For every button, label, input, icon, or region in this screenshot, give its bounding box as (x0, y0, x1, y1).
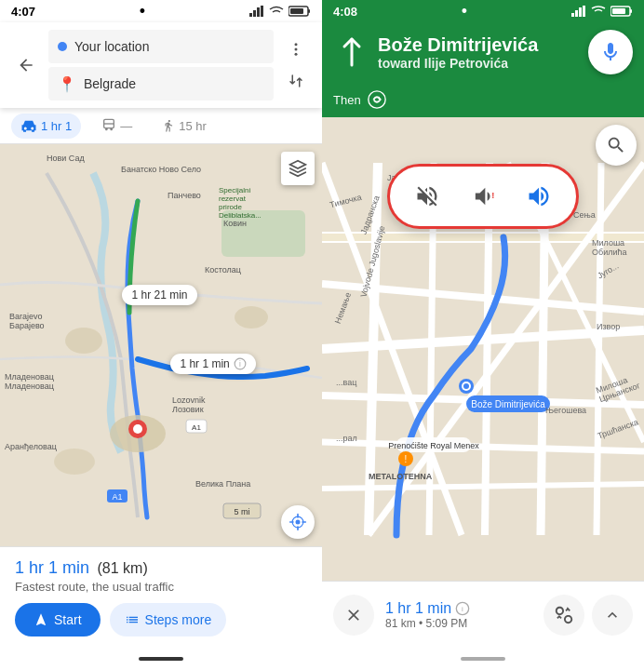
nav-header: Bože Dimitrijevića toward Ilije Petrović… (322, 22, 644, 86)
to-input[interactable] (84, 76, 264, 91)
right-status-dot: • (462, 2, 467, 21)
svg-rect-2 (257, 7, 260, 17)
more-options-button[interactable] (281, 34, 311, 64)
eta-separator: • (419, 617, 426, 630)
route-time-bubble-2: 1 hr 1 min i (170, 354, 255, 374)
from-field[interactable] (48, 30, 274, 63)
svg-rect-23 (221, 210, 305, 257)
route-time-bubble-1: 1 hr 21 min (122, 285, 196, 305)
left-map-svg: A1 A1 5 mi (0, 144, 322, 546)
volume-high-icon (526, 183, 552, 209)
transit-icon (101, 118, 116, 133)
nav-route-button[interactable] (543, 595, 584, 636)
right-bottom-bar: 1 hr 1 min i 81 km • 5:09 PM (322, 581, 644, 648)
nav-street-main: Bože Dimitrijevića (378, 34, 581, 56)
left-map: A1 A1 5 mi Нови Сад Банатско Ново Село П… (0, 144, 322, 546)
right-panel: 4:08 • (322, 0, 644, 670)
right-time: 4:08 (333, 5, 357, 19)
svg-text:Prenoćište Royal Menex: Prenoćište Royal Menex (388, 441, 479, 450)
nav-street-sub: toward Ilije Petrovića (378, 56, 581, 71)
svg-rect-1 (253, 10, 256, 17)
tab-car[interactable]: 1 hr 1 (11, 114, 81, 139)
route-info: 1 hr 1 min (81 km) Fastest route, the us… (15, 558, 307, 594)
right-search-button[interactable] (596, 125, 637, 166)
mic-icon (599, 41, 622, 63)
nav-eta-info: 1 hr 1 min i 81 km • 5:09 PM (382, 600, 536, 630)
svg-text:!: ! (491, 191, 494, 200)
svg-rect-6 (290, 8, 303, 14)
svg-point-10 (24, 127, 27, 130)
walk-tab-label: 15 hr (179, 119, 207, 133)
wifi-icon (268, 6, 285, 17)
close-navigation-button[interactable] (333, 595, 374, 636)
route-time-label: 1 hr 1 min (15, 558, 89, 577)
svg-text:5 mi: 5 mi (234, 507, 249, 516)
swap-button[interactable] (281, 66, 311, 96)
svg-point-11 (31, 127, 34, 130)
eta-time-value: 1 hr 1 min (385, 600, 451, 617)
eta-arrival: 5:09 PM (426, 617, 468, 630)
search-row: 📍 (11, 30, 311, 100)
svg-point-8 (295, 48, 298, 51)
left-panel: 4:07 • (0, 0, 322, 670)
left-nav-bar (0, 648, 322, 670)
route-options-icon (554, 605, 574, 625)
then-turn-icon (367, 89, 387, 110)
battery-icon (288, 6, 311, 17)
right-search-icon (606, 135, 626, 155)
from-input[interactable] (74, 39, 264, 54)
back-button[interactable] (11, 50, 41, 80)
svg-rect-41 (630, 9, 632, 13)
nav-toward-label: toward (378, 56, 421, 71)
street-izvo: Извор (597, 322, 620, 331)
right-nav-bar (322, 648, 644, 670)
locate-button[interactable] (281, 505, 315, 539)
svg-point-25 (133, 424, 142, 434)
left-home-indicator (139, 657, 183, 661)
left-status-dot: • (140, 2, 145, 21)
volume-low-icon: ! (470, 183, 496, 209)
to-field[interactable]: 📍 (48, 67, 274, 100)
svg-point-62 (463, 383, 469, 389)
svg-point-9 (295, 53, 298, 56)
layers-button[interactable] (281, 152, 315, 185)
volume-selector: ! (387, 164, 579, 229)
start-button[interactable]: Start (15, 603, 101, 636)
svg-point-43 (368, 91, 384, 108)
svg-text:Bože Dimitrijevića: Bože Dimitrijevića (471, 399, 545, 409)
svg-rect-0 (249, 13, 252, 17)
steps-more-button[interactable]: Steps more (110, 603, 227, 636)
route-description: Fastest route, the usual traffic (15, 580, 307, 594)
volume-low-option[interactable]: ! (464, 178, 502, 215)
tab-walk[interactable]: 15 hr (153, 112, 216, 140)
walk-icon (162, 117, 175, 134)
tab-transit[interactable]: — (92, 113, 141, 139)
svg-rect-36 (571, 13, 574, 17)
nav-eta-time-row: 1 hr 1 min i (385, 600, 532, 617)
svg-rect-39 (583, 6, 585, 17)
nav-expand-button[interactable] (592, 595, 633, 636)
svg-text:i: i (462, 605, 463, 613)
destination-pin-icon: 📍 (58, 75, 76, 93)
left-bottom-panel: 1 hr 1 min (81 km) Fastest route, the us… (0, 546, 322, 648)
right-map-area: Bože Dimitrijevića Prenoćište Royal Mene… (322, 117, 644, 581)
volume-high-option[interactable] (520, 178, 557, 215)
right-home-indicator (461, 657, 505, 661)
left-status-icons (249, 6, 311, 17)
svg-point-34 (296, 520, 301, 525)
eta-distance: 81 km (385, 617, 416, 630)
right-wifi-icon (590, 6, 607, 17)
search-inputs: 📍 (48, 30, 274, 100)
right-signal-icon (571, 6, 586, 17)
mic-button[interactable] (588, 30, 633, 74)
car-tab-label: 1 hr 1 (41, 119, 72, 133)
chevron-up-icon (603, 606, 622, 624)
more-dots-icon (288, 41, 304, 58)
svg-rect-5 (308, 9, 310, 13)
volume-mute-option[interactable] (409, 178, 446, 215)
route-distance-label: (81 km) (98, 560, 148, 576)
up-arrow-icon (335, 35, 369, 69)
svg-point-7 (295, 43, 298, 46)
street-beral: ...рал (336, 434, 357, 443)
from-dot-icon (58, 42, 67, 51)
